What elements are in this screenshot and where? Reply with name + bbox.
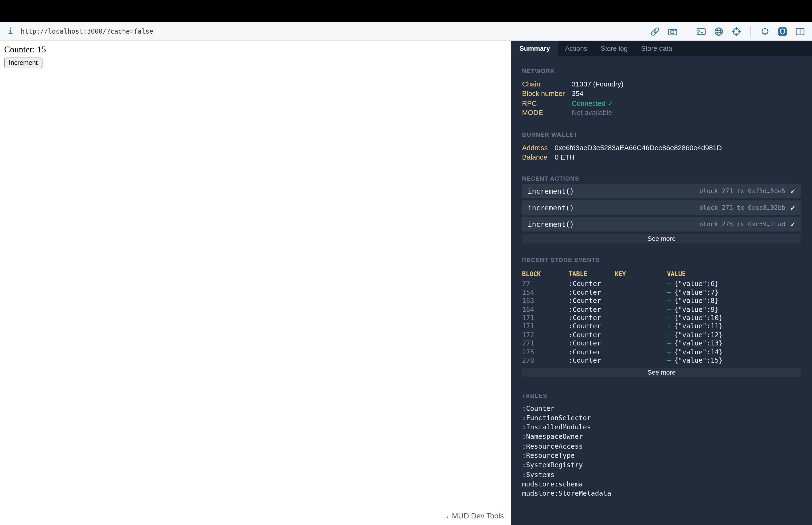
burner-wallet-kv: Address 0xe6fd3aeD3e5283aEA66C46Dee86e82… [522, 144, 801, 162]
event-block: 164 [522, 305, 569, 314]
table-list-item: :ResourceType [522, 451, 801, 461]
event-block: 172 [522, 331, 569, 339]
col-key: KEY [615, 270, 667, 278]
tab-actions[interactable]: Actions [558, 41, 594, 56]
event-table: :Counter [569, 297, 615, 305]
table-list-item: mudstore:StoreMetadata [522, 489, 801, 498]
check-icon: ✓ [790, 221, 795, 228]
plus-icon: + [667, 280, 671, 288]
toolbar-icon-group [650, 26, 805, 37]
store-events-header: BLOCK TABLE KEY VALUE [522, 270, 801, 278]
event-table: :Counter [569, 322, 615, 331]
link-icon[interactable] [650, 26, 660, 36]
recent-store-events-section: RECENT STORE EVENTS BLOCK TABLE KEY VALU… [522, 257, 801, 377]
target-icon[interactable] [731, 26, 741, 36]
event-key [615, 357, 667, 365]
recent-actions-section: RECENT ACTIONS increment() block 271 tx … [522, 176, 801, 244]
network-label: Block number [522, 89, 572, 99]
burner-wallet-title: BURNER WALLET [522, 131, 801, 137]
check-icon: ✓ [790, 188, 795, 195]
event-key [615, 339, 667, 348]
action-meta: block 271 tx 0xf3d…50e5 [699, 188, 785, 195]
table-list-item: :FunctionSelector [522, 413, 801, 422]
tables-list: :Counter :FunctionSelector :InstalledMod… [522, 404, 801, 498]
event-block: 171 [522, 314, 569, 322]
event-value: +{"value":7} [667, 288, 801, 297]
event-key [615, 280, 667, 288]
table-list-item: :ResourceAccess [522, 441, 801, 451]
tab-store-data[interactable]: Store data [634, 41, 679, 56]
summary-panel: NETWORK Chain 31337 (Foundry) Block numb… [511, 56, 812, 525]
event-block: 77 [522, 280, 569, 288]
wallet-label: Address [522, 144, 555, 153]
store-events-rows: 77 :Counter +{"value":6} 154 :Counter +{… [522, 280, 801, 365]
check-icon: ✓ [790, 204, 795, 212]
col-block: BLOCK [522, 270, 569, 278]
network-value: 31337 (Foundry) [572, 80, 801, 89]
event-table: :Counter [569, 305, 615, 314]
tab-store-log[interactable]: Store log [594, 41, 634, 56]
camera-icon[interactable] [668, 26, 678, 36]
wallet-address: 0xe6fd3aeD3e5283aEA66C46Dee86e82860e4d98… [555, 144, 801, 153]
action-row[interactable]: increment() block 275 tx 0xca8…02bb ✓ [522, 201, 801, 215]
table-list-item: :InstalledModules [522, 423, 801, 432]
terminal-icon[interactable] [696, 26, 706, 36]
address-bar[interactable]: http://localhost:3000/?cache=false [21, 28, 153, 35]
event-key [615, 288, 667, 297]
event-value: +{"value":15} [667, 357, 801, 365]
counter-value: Counter: 15 [4, 45, 511, 55]
table-list-item: :Systems [522, 470, 801, 479]
event-table: :Counter [569, 280, 615, 288]
event-block: 171 [522, 322, 569, 331]
event-block: 278 [522, 357, 569, 365]
toolbar-divider [750, 26, 751, 37]
app-page: Counter: 15 Increment → MUD Dev Tools [0, 41, 511, 525]
event-value: +{"value":14} [667, 348, 801, 356]
browser-toolbar: i http://localhost:3000/?cache=false [0, 22, 812, 41]
action-row[interactable]: increment() block 278 tx 0xc59…ffad ✓ [522, 217, 801, 232]
table-list-item: :SystemRegistry [522, 461, 801, 470]
event-key [615, 331, 667, 339]
shield-icon[interactable] [777, 26, 787, 36]
col-table: TABLE [569, 270, 615, 278]
network-section: NETWORK Chain 31337 (Foundry) Block numb… [522, 68, 801, 118]
plus-icon: + [667, 314, 671, 322]
split-view-icon[interactable] [795, 26, 805, 36]
events-see-more-button[interactable]: See more [522, 368, 801, 377]
actions-see-more-button[interactable]: See more [522, 234, 801, 244]
tab-summary[interactable]: Summary [511, 41, 558, 56]
table-list-item: :NamespaceOwner [522, 432, 801, 441]
network-label: Chain [522, 80, 572, 89]
network-value: 354 [572, 89, 801, 99]
table-list-item: mudstore:schema [522, 480, 801, 489]
wallet-label: Balance [522, 153, 555, 162]
action-row[interactable]: increment() block 271 tx 0xf3d…50e5 ✓ [522, 184, 801, 198]
browser-viewport: Counter: 15 Increment → MUD Dev Tools Su… [0, 41, 812, 525]
action-meta: block 278 tx 0xc59…ffad [699, 221, 785, 228]
devtools-tabs: Summary Actions Store log Store data [511, 41, 812, 56]
event-value: +{"value":12} [667, 331, 801, 339]
event-table: :Counter [569, 314, 615, 322]
event-table: :Counter [569, 331, 615, 339]
event-key [615, 297, 667, 305]
network-kv: Chain 31337 (Foundry) Block number 354 R… [522, 80, 801, 118]
event-block: 275 [522, 348, 569, 356]
tables-section: TABLES :Counter :FunctionSelector :Insta… [522, 392, 801, 499]
puzzle-icon[interactable] [760, 26, 770, 36]
info-icon[interactable]: i [7, 27, 14, 36]
network-title: NETWORK [522, 68, 801, 74]
tables-title: TABLES [522, 392, 801, 399]
plus-icon: + [667, 297, 671, 305]
network-label: MODE [522, 108, 572, 118]
window-top-bar [0, 0, 812, 22]
event-value: +{"value":10} [667, 314, 801, 322]
increment-button[interactable]: Increment [4, 58, 42, 69]
mud-devtools-toggle[interactable]: → MUD Dev Tools [442, 512, 504, 520]
col-value: VALUE [667, 270, 801, 278]
event-value: +{"value":8} [667, 297, 801, 305]
plus-icon: + [667, 288, 671, 296]
event-value: +{"value":6} [667, 280, 801, 288]
recent-store-events-title: RECENT STORE EVENTS [522, 257, 801, 263]
event-key [615, 322, 667, 331]
globe-icon[interactable] [714, 26, 724, 36]
